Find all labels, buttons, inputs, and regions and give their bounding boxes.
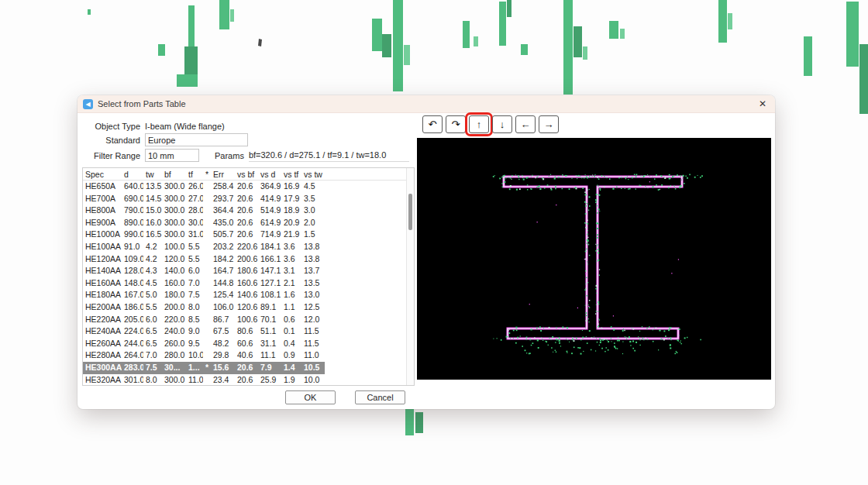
table-row[interactable]: HE700A690.014.5300.027.0293.720.6414.917… bbox=[83, 193, 325, 205]
table-cell: 9.0 bbox=[186, 325, 203, 338]
preview-canvas[interactable] bbox=[417, 138, 771, 380]
column-header[interactable]: d bbox=[122, 168, 143, 180]
table-cell: 18.9 bbox=[281, 205, 301, 217]
table-cell: 15.0 bbox=[143, 205, 162, 217]
move-left-button[interactable]: ← bbox=[515, 115, 536, 133]
table-cell: HE280AA bbox=[83, 349, 122, 362]
standard-input[interactable] bbox=[145, 133, 248, 146]
column-header[interactable]: vs d bbox=[258, 168, 281, 180]
table-cell: 414.9 bbox=[258, 193, 281, 205]
table-cell: 160.0 bbox=[162, 277, 186, 290]
table-cell: 11.0 bbox=[301, 349, 325, 362]
parts-table: Specdtwbftf*Errvs bfvs dvs tfvs tw HE650… bbox=[82, 167, 415, 386]
table-row[interactable]: HE180AA167.05.0180.07.5125.4140.6108.11.… bbox=[83, 289, 325, 301]
table-row[interactable]: HE100AA91.04.2100.05.5203.2220.6184.13.6… bbox=[83, 241, 325, 253]
column-header[interactable]: * bbox=[203, 168, 211, 180]
column-header[interactable]: vs tf bbox=[281, 168, 301, 180]
move-up-button[interactable]: ↑ bbox=[469, 115, 489, 133]
table-cell: 13.0 bbox=[301, 289, 325, 301]
table-row[interactable]: HE1000A990.016.5300.031.0505.720.6714.92… bbox=[83, 229, 325, 241]
table-cell: 30... bbox=[162, 362, 186, 374]
table-cell: 300.0 bbox=[162, 374, 186, 387]
table-cell: 6.5 bbox=[143, 325, 162, 338]
table-cell: 7.0 bbox=[186, 277, 203, 290]
table-cell: 120.0 bbox=[162, 253, 186, 266]
table-cell: 186.0 bbox=[122, 301, 143, 314]
table-row[interactable]: HE280AA264.07.0280.010.029.840.611.10.91… bbox=[83, 349, 325, 362]
table-cell: 7.5 bbox=[186, 289, 203, 301]
column-header[interactable]: vs tw bbox=[301, 168, 325, 180]
table-cell: 364.4 bbox=[211, 205, 235, 217]
table-cell: 48.2 bbox=[211, 338, 235, 350]
table-cell: 203.2 bbox=[211, 241, 235, 253]
scrollbar-thumb[interactable] bbox=[408, 194, 412, 230]
table-cell: 31.0 bbox=[186, 229, 203, 241]
table-cell: 1.4 bbox=[281, 362, 301, 374]
cursor-mark bbox=[258, 39, 262, 46]
transform-toolbar: ↶↷↑↓←→ bbox=[422, 115, 562, 133]
ok-button[interactable]: OK bbox=[285, 390, 336, 404]
vertical-scrollbar[interactable] bbox=[406, 168, 414, 385]
table-cell: 164.7 bbox=[211, 265, 235, 277]
column-header[interactable]: vs bf bbox=[235, 168, 258, 180]
table-cell: 11.5 bbox=[301, 325, 325, 338]
column-header[interactable]: Spec bbox=[83, 168, 122, 180]
table-cell: 200.0 bbox=[162, 301, 186, 314]
table-cell: 1.6 bbox=[281, 289, 301, 301]
column-header[interactable]: bf bbox=[162, 168, 186, 180]
table-cell: 31.1 bbox=[258, 338, 281, 350]
cancel-button[interactable]: Cancel bbox=[355, 390, 405, 404]
table-row[interactable]: HE300AA283.07.530...1...*15.620.67.91.41… bbox=[83, 362, 325, 374]
table-cell: 184.2 bbox=[211, 253, 235, 266]
table-cell bbox=[203, 374, 211, 387]
select-from-parts-table-dialog: ◀ Select from Parts Table ✕ Object Type … bbox=[78, 95, 775, 409]
rotate-cw-button[interactable]: ↷ bbox=[446, 115, 466, 133]
table-cell: 100.6 bbox=[235, 314, 258, 326]
table-row[interactable]: HE160AA148.04.5160.07.0144.8160.6127.12.… bbox=[83, 277, 325, 290]
table-cell: 244.0 bbox=[122, 338, 143, 350]
table-cell: 280.0 bbox=[162, 349, 186, 362]
table-row[interactable]: HE900A890.016.0300.030.0435.020.6614.920… bbox=[83, 217, 325, 229]
table-cell: 67.5 bbox=[211, 325, 235, 338]
beam-outline bbox=[504, 177, 682, 339]
table-cell: 240.0 bbox=[162, 325, 186, 338]
table-cell: 0.1 bbox=[281, 325, 301, 338]
move-down-button[interactable]: ↓ bbox=[492, 115, 512, 133]
rotate-ccw-button[interactable]: ↶ bbox=[422, 115, 443, 133]
table-row[interactable]: HE800A790.015.0300.028.0364.420.6514.918… bbox=[83, 205, 325, 217]
column-header[interactable]: tf bbox=[186, 168, 203, 180]
table-cell: 7.5 bbox=[143, 362, 162, 374]
table-cell: HE220AA bbox=[83, 314, 122, 326]
table-cell: 5.5 bbox=[186, 253, 203, 266]
table-cell: 2.0 bbox=[301, 217, 325, 229]
column-header[interactable]: tw bbox=[143, 168, 162, 180]
table-row[interactable]: HE120AA109.04.2120.05.5184.2200.6166.13.… bbox=[83, 253, 325, 266]
table-row[interactable]: HE220AA205.06.0220.08.586.7100.670.10.61… bbox=[83, 314, 325, 326]
table-cell: 17.9 bbox=[281, 193, 301, 205]
table-cell: 300.0 bbox=[162, 229, 186, 241]
close-icon[interactable]: ✕ bbox=[759, 99, 766, 108]
table-cell: 10.0 bbox=[301, 374, 325, 387]
table-cell: 16.9 bbox=[281, 181, 301, 193]
table-row[interactable]: HE260AA244.06.5260.09.548.260.631.10.411… bbox=[83, 338, 325, 350]
params-label: Params bbox=[215, 151, 244, 160]
column-header[interactable]: Err bbox=[211, 168, 235, 180]
filter-range-input[interactable] bbox=[145, 149, 199, 162]
table-cell: 13.7 bbox=[301, 265, 325, 277]
table-cell bbox=[203, 314, 211, 326]
table-row[interactable]: HE140AA128.04.3140.06.0164.7180.6147.13.… bbox=[83, 265, 325, 277]
table-cell: 100.0 bbox=[162, 241, 186, 253]
table-cell: 790.0 bbox=[122, 205, 143, 217]
table-row[interactable]: HE320AA301.08.0300.011.023.420.625.91.91… bbox=[83, 374, 325, 387]
table-cell: 200.6 bbox=[235, 253, 258, 266]
table-cell: 300.0 bbox=[162, 193, 186, 205]
table-cell: HE240AA bbox=[83, 325, 122, 338]
table-row[interactable]: HE650A640.013.5300.026.0258.420.6364.916… bbox=[83, 181, 325, 193]
table-cell bbox=[203, 193, 211, 205]
table-row[interactable]: HE200AA186.05.5200.08.0106.0120.689.11.1… bbox=[83, 301, 325, 314]
object-type-label: Object Type bbox=[78, 122, 140, 131]
dialog-titlebar[interactable]: ◀ Select from Parts Table ✕ bbox=[78, 95, 775, 113]
move-right-button[interactable]: → bbox=[539, 115, 559, 133]
table-cell: 3.6 bbox=[281, 241, 301, 253]
table-row[interactable]: HE240AA224.06.5240.09.067.580.651.10.111… bbox=[83, 325, 325, 338]
